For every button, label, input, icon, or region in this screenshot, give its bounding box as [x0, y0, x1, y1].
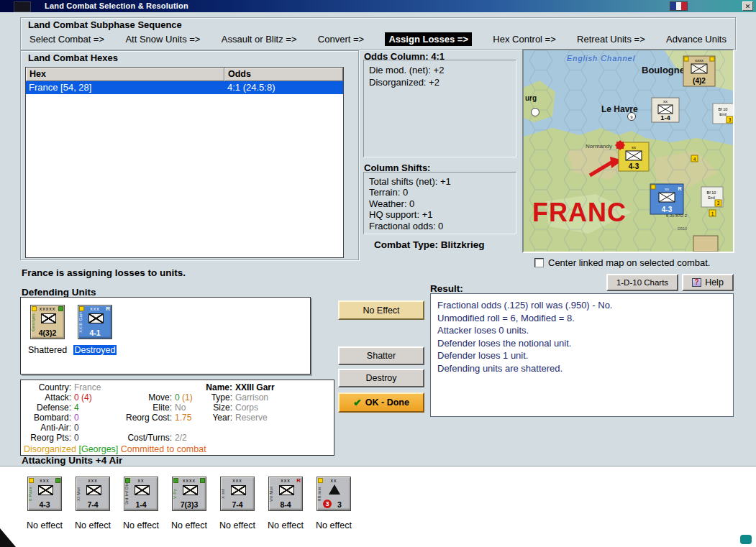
svg-text:3: 3 [717, 201, 720, 206]
svg-text:1: 1 [711, 211, 714, 216]
close-icon[interactable] [742, 1, 753, 11]
ok-done-button[interactable]: OK - Done [338, 392, 424, 413]
table-row-selected[interactable]: France [54, 28] 4:1 (24.5:8) [26, 81, 343, 94]
antiair-symbol [329, 484, 340, 495]
attacking-unit: 88 mm xx 3 3 No effect [311, 477, 357, 530]
main-window: Land Combat Subphase Sequence Select Com… [0, 12, 756, 547]
unit-counter[interactable]: 3rd Inf Div xx 1-4 [124, 477, 158, 511]
svg-text:Bf 10: Bf 10 [707, 190, 716, 195]
map-counter-hq[interactable]: xxxx (4)2 [683, 56, 715, 86]
land-combat-hexes-group: Land Combat Hexes Hex Odds France [54, 2… [20, 50, 359, 260]
map-counter-french[interactable]: xx 4-3 R [650, 184, 683, 214]
name-label: Name: [202, 383, 232, 392]
status-marker [58, 306, 63, 311]
map-counter-combat[interactable]: xx 4-3 [615, 140, 649, 171]
reorg-cost-label: Reorg Cost: [117, 413, 172, 423]
hq-symbol [41, 313, 56, 323]
disorganized-marker [318, 478, 323, 483]
no-effect-button[interactable]: No Effect [338, 300, 424, 320]
bombard-value: 0 [74, 413, 79, 423]
unit-counter-antiair[interactable]: 88 mm xx 3 3 [316, 477, 351, 511]
bombard-label: Bombard: [24, 413, 71, 423]
status-disorganized: Disorganized [24, 444, 76, 454]
combat-map[interactable]: English Channel urg Le Havre Normandy Bo… [522, 49, 734, 253]
attacking-unit: VII Mot xxx 8-4 R No effect [263, 477, 309, 530]
map-label-normandy: Normandy [586, 143, 612, 150]
unit-counter-xxiii-garr[interactable]: XXIII Garr xxx 4-1 R [78, 305, 112, 339]
corner-artifact [0, 528, 16, 547]
shatter-button[interactable]: Shatter [338, 346, 424, 365]
result-panel: Fractional odds (.125) roll was (.950) -… [430, 293, 734, 417]
land-combat-hexes-title: Land Combat Hexes [28, 52, 118, 63]
svg-text:Bf 10: Bf 10 [719, 107, 728, 111]
destroy-button[interactable]: Destroy [338, 369, 424, 387]
attacking-unit: V Pz xxxx 7(3)3 No effect [166, 477, 212, 530]
subphase-sequence-title: Land Combat Subphase Sequence [28, 19, 182, 30]
table-header: Hex Odds [26, 68, 343, 81]
window-icon [14, 1, 31, 12]
disorganized-marker [32, 306, 37, 311]
status-committed: Committed to combat [121, 444, 206, 454]
result-line: Defender loses the notional unit. [437, 337, 727, 350]
infantry-symbol [86, 485, 101, 495]
move-label: Move: [117, 393, 172, 403]
attacking-unit: 3rd Inf Div xx 1-4 No effect [118, 477, 164, 530]
unit-status: Destroyed [73, 345, 117, 355]
status-hq: [Georges] [78, 444, 118, 454]
map-label-cherbourg: urg [525, 94, 537, 102]
map-air-counter[interactable]: Bf 10 Emil 3 [701, 187, 723, 207]
map-depot-label: D510 [678, 226, 687, 231]
defense-value: 4 [74, 403, 79, 413]
cell-hex: France [54, 28] [26, 81, 224, 94]
map-chip: 4 [691, 155, 698, 162]
map-counter-infantry[interactable]: xx 1-4 [652, 98, 679, 122]
map-counter-partial [693, 236, 718, 252]
unit-counter-georges[interactable]: Georges xxxxx 4(3)2 [30, 305, 65, 339]
window-title: Land Combat Selection & Resolution [45, 1, 188, 10]
shift-line: Weather: 0 [369, 198, 511, 209]
phase-status-text: France is assigning losses to units. [22, 267, 186, 278]
result-line: Fractional odds (.125) roll was (.950) -… [437, 299, 727, 312]
infantry-symbol [38, 485, 53, 495]
charts-button[interactable]: 1-D-10 Charts [606, 274, 678, 291]
loss-badge: 3 [323, 500, 332, 508]
status-marker [55, 478, 60, 483]
help-button[interactable]: Help [682, 274, 734, 291]
unit-result: No effect [166, 520, 212, 530]
subphase-steps: Select Combat => Att Snow Units => Assau… [29, 32, 727, 46]
map-air-counter[interactable]: Bf 10 Emil 3 [713, 104, 733, 124]
shift-line: HQ support: +1 [369, 209, 511, 220]
column-header-odds: Odds [224, 68, 343, 81]
svg-text:xx: xx [632, 145, 636, 150]
unit-counter[interactable]: II Para xxx 4-3 [27, 477, 62, 511]
help-icon [692, 278, 701, 287]
odds-column-panel: Die mod. (net): +2 Disorganized: +2 [363, 60, 516, 157]
step-assign-losses-active: Assign Losses => [385, 32, 472, 46]
shift-line: Terrain: 0 [369, 187, 511, 198]
france-flag-icon [670, 1, 688, 11]
armor-symbol [183, 485, 198, 495]
check-icon [353, 397, 362, 408]
unit-counter[interactable]: XI Mot xxx 7-4 [76, 477, 110, 511]
infantry-symbol [135, 485, 150, 495]
map-chip: 9 [628, 113, 636, 121]
step-retreat-units: Retreat Units => [577, 34, 645, 45]
size-value: Corps [235, 403, 258, 413]
unit-counter[interactable]: VII Mot xxx 8-4 R [268, 477, 303, 511]
unit-counter[interactable]: X Inf xxx 7-4 [220, 477, 255, 511]
defending-unit-selected: XXIII Garr xxx 4-1 R Destroyed [73, 305, 117, 355]
unit-result: No effect [70, 520, 116, 530]
attacking-units-band: II Para xxx 4-3 No effect XI Mot xxx 7-4… [0, 466, 756, 547]
cost-turns-label: Cost/Turns: [117, 433, 172, 443]
explosion-icon [615, 140, 625, 150]
result-line: Attacker loses 0 units. [437, 324, 727, 337]
status-marker [200, 478, 205, 483]
result-title: Result: [430, 283, 463, 294]
defending-units-title: Defending Units [22, 287, 96, 298]
reorg-pts-label: Reorg Pts: [24, 433, 71, 443]
step-select-combat: Select Combat => [29, 34, 104, 45]
unit-counter[interactable]: V Pz xxxx 7(3)3 [172, 477, 206, 511]
center-map-checkbox[interactable] [534, 258, 544, 267]
step-assault-or-blitz: Assault or Blitz => [222, 34, 297, 45]
map-canvas: English Channel urg Le Havre Normandy Bo… [524, 50, 733, 252]
